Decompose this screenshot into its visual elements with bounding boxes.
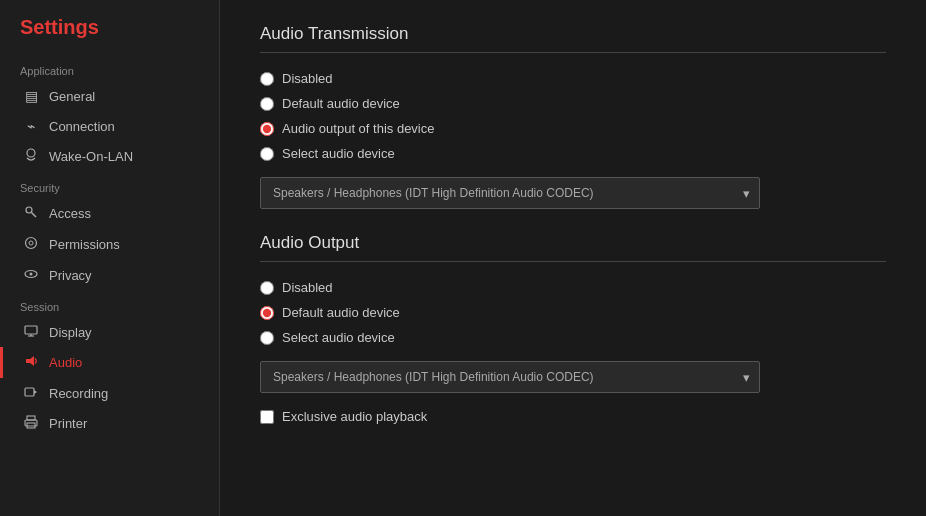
at-disabled-option[interactable]: Disabled bbox=[260, 71, 886, 86]
sidebar-item-label: Recording bbox=[49, 386, 108, 401]
exclusive-audio-row: Exclusive audio playback bbox=[260, 409, 886, 424]
wake-on-lan-icon bbox=[23, 148, 39, 165]
at-output-radio[interactable] bbox=[260, 122, 274, 136]
svg-point-6 bbox=[30, 273, 33, 276]
at-output-label: Audio output of this device bbox=[282, 121, 435, 136]
at-dropdown-wrapper: Speakers / Headphones (IDT High Definiti… bbox=[260, 177, 760, 209]
ao-dropdown-wrapper: Speakers / Headphones (IDT High Definiti… bbox=[260, 361, 760, 393]
privacy-icon bbox=[23, 267, 39, 284]
audio-output-title: Audio Output bbox=[260, 233, 886, 253]
at-select-radio[interactable] bbox=[260, 147, 274, 161]
main-content: Audio Transmission Disabled Default audi… bbox=[220, 0, 926, 516]
sidebar-item-label: Display bbox=[49, 325, 92, 340]
section-label-security: Security bbox=[0, 172, 219, 198]
svg-point-3 bbox=[26, 238, 37, 249]
sidebar-item-privacy[interactable]: Privacy bbox=[0, 260, 219, 291]
ao-default-radio[interactable] bbox=[260, 306, 274, 320]
at-disabled-radio[interactable] bbox=[260, 72, 274, 86]
section-label-session: Session bbox=[0, 291, 219, 317]
ao-disabled-radio[interactable] bbox=[260, 281, 274, 295]
svg-rect-14 bbox=[27, 416, 35, 420]
audio-transmission-options: Disabled Default audio device Audio outp… bbox=[260, 71, 886, 161]
sidebar-item-access[interactable]: Access bbox=[0, 198, 219, 229]
audio-output-options: Disabled Default audio device Select aud… bbox=[260, 280, 886, 345]
svg-point-1 bbox=[26, 207, 32, 213]
at-dropdown-row: Speakers / Headphones (IDT High Definiti… bbox=[260, 177, 886, 209]
section-divider-1 bbox=[260, 52, 886, 53]
at-default-label: Default audio device bbox=[282, 96, 400, 111]
ao-default-option[interactable]: Default audio device bbox=[260, 305, 886, 320]
access-icon bbox=[23, 205, 39, 222]
sidebar-item-audio[interactable]: Audio bbox=[0, 347, 219, 378]
at-default-option[interactable]: Default audio device bbox=[260, 96, 886, 111]
svg-rect-11 bbox=[25, 388, 34, 396]
ao-device-dropdown[interactable]: Speakers / Headphones (IDT High Definiti… bbox=[260, 361, 760, 393]
sidebar-item-general[interactable]: ▤ General bbox=[0, 81, 219, 111]
sidebar-item-connection[interactable]: ⌁ Connection bbox=[0, 111, 219, 141]
audio-transmission-title: Audio Transmission bbox=[260, 24, 886, 44]
ao-select-option[interactable]: Select audio device bbox=[260, 330, 886, 345]
exclusive-audio-checkbox[interactable] bbox=[260, 410, 274, 424]
ao-dropdown-row: Speakers / Headphones (IDT High Definiti… bbox=[260, 361, 886, 393]
at-device-dropdown[interactable]: Speakers / Headphones (IDT High Definiti… bbox=[260, 177, 760, 209]
section-label-application: Application bbox=[0, 55, 219, 81]
permissions-icon bbox=[23, 236, 39, 253]
general-icon: ▤ bbox=[23, 88, 39, 104]
sidebar-item-label: Wake-On-LAN bbox=[49, 149, 133, 164]
sidebar-item-wake-on-lan[interactable]: Wake-On-LAN bbox=[0, 141, 219, 172]
sidebar-item-display[interactable]: Display bbox=[0, 317, 219, 347]
sidebar-item-recording[interactable]: Recording bbox=[0, 378, 219, 408]
at-disabled-label: Disabled bbox=[282, 71, 333, 86]
at-default-radio[interactable] bbox=[260, 97, 274, 111]
connection-icon: ⌁ bbox=[23, 118, 39, 134]
exclusive-audio-label: Exclusive audio playback bbox=[282, 409, 427, 424]
sidebar-item-label: Connection bbox=[49, 119, 115, 134]
printer-icon bbox=[23, 415, 39, 432]
sidebar-item-label: Printer bbox=[49, 416, 87, 431]
audio-icon bbox=[23, 354, 39, 371]
svg-line-2 bbox=[32, 213, 37, 218]
sidebar-item-label: Privacy bbox=[49, 268, 92, 283]
app-title: Settings bbox=[0, 16, 219, 55]
display-icon bbox=[23, 324, 39, 340]
section-divider-2 bbox=[260, 261, 886, 262]
sidebar-item-label: Audio bbox=[49, 355, 82, 370]
sidebar-item-permissions[interactable]: Permissions bbox=[0, 229, 219, 260]
recording-icon bbox=[23, 385, 39, 401]
svg-point-4 bbox=[29, 241, 33, 245]
at-select-label: Select audio device bbox=[282, 146, 395, 161]
sidebar-item-label: Access bbox=[49, 206, 91, 221]
ao-disabled-option[interactable]: Disabled bbox=[260, 280, 886, 295]
at-select-option[interactable]: Select audio device bbox=[260, 146, 886, 161]
ao-select-radio[interactable] bbox=[260, 331, 274, 345]
at-output-option[interactable]: Audio output of this device bbox=[260, 121, 886, 136]
audio-transmission-section: Audio Transmission Disabled Default audi… bbox=[260, 24, 886, 209]
svg-marker-10 bbox=[26, 356, 34, 366]
ao-select-label: Select audio device bbox=[282, 330, 395, 345]
sidebar-item-printer[interactable]: Printer bbox=[0, 408, 219, 439]
sidebar-item-label: General bbox=[49, 89, 95, 104]
ao-disabled-label: Disabled bbox=[282, 280, 333, 295]
svg-marker-12 bbox=[34, 390, 37, 394]
svg-point-0 bbox=[27, 149, 35, 157]
sidebar-item-label: Permissions bbox=[49, 237, 120, 252]
sidebar: Settings Application ▤ General ⌁ Connect… bbox=[0, 0, 220, 516]
ao-default-label: Default audio device bbox=[282, 305, 400, 320]
audio-output-section: Audio Output Disabled Default audio devi… bbox=[260, 233, 886, 424]
svg-rect-7 bbox=[25, 326, 37, 334]
